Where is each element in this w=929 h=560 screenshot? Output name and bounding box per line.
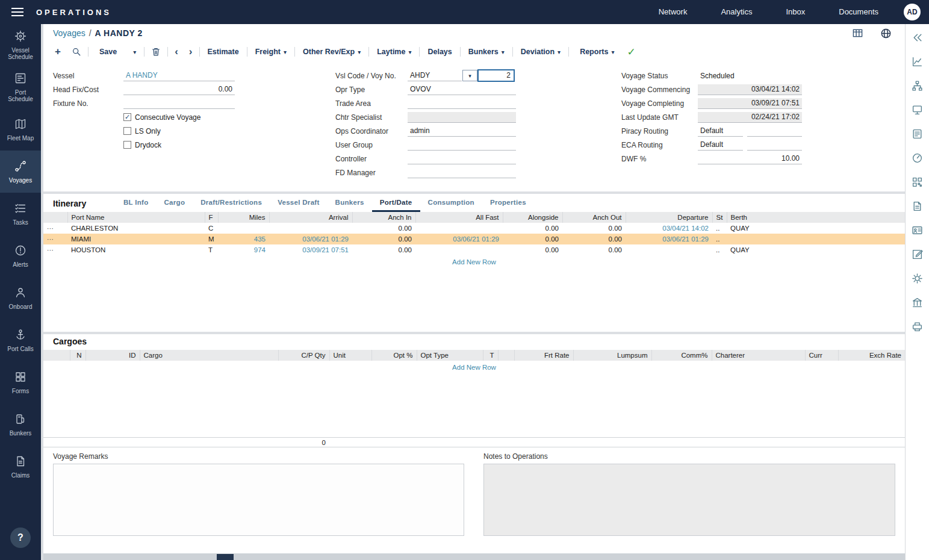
edit-panel-icon[interactable] (912, 248, 923, 260)
tab-draft-restrictions[interactable]: Draft/Restrictions (193, 194, 270, 212)
columns-panel-icon[interactable] (912, 296, 923, 308)
row-menu-icon[interactable]: ⋯ (43, 234, 67, 244)
dwf-label: DWF % (621, 155, 698, 163)
user-avatar[interactable]: AD (904, 4, 921, 20)
validation-check-icon: ✓ (621, 46, 641, 58)
notes-to-operations-input[interactable] (483, 464, 895, 536)
contact-card-panel-icon[interactable] (912, 224, 923, 236)
last-update-gmt-field: 02/24/21 17:02 (698, 112, 802, 123)
nav-documents[interactable]: Documents (822, 0, 895, 24)
save-button[interactable]: Save (90, 48, 123, 56)
sidebar-item-onboard[interactable]: Onboard (0, 277, 41, 319)
consecutive-voyage-checkbox[interactable]: ✓ (123, 113, 131, 121)
previous-voyage-button[interactable]: ‹ (169, 46, 184, 58)
gear-settings-icon[interactable] (912, 272, 923, 284)
sidebar-item-voyages[interactable]: Voyages (0, 151, 41, 193)
fixture-no-field[interactable] (123, 98, 235, 109)
trade-area-label: Trade Area (335, 99, 408, 108)
opr-type-field[interactable]: OVOV (408, 84, 516, 95)
hamburger-menu-icon[interactable] (11, 7, 24, 17)
nav-analytics[interactable]: Analytics (704, 0, 769, 24)
scrollbar-thumb[interactable] (217, 554, 234, 560)
itinerary-row-selected[interactable]: ⋯ MIAMI M 435 03/06/21 01:29 0.00 03/06/… (43, 234, 905, 244)
dwf-field[interactable]: 10.00 (698, 154, 802, 164)
table-view-icon[interactable] (852, 28, 863, 39)
tab-port-date[interactable]: Port/Date (372, 194, 420, 212)
monitor-panel-icon[interactable] (912, 104, 923, 116)
sidebar-item-port-schedule[interactable]: Port Schedule (0, 66, 41, 108)
head-fix-cost-field[interactable]: 0.00 (123, 84, 235, 95)
tab-bl-info[interactable]: BL Info (116, 194, 157, 212)
collapse-panel-icon[interactable] (912, 31, 923, 43)
sidebar-item-port-calls[interactable]: Port Calls (0, 319, 41, 361)
schedule-icon (14, 72, 26, 86)
qr-panel-icon[interactable] (912, 176, 923, 188)
sidebar-item-fleet-map[interactable]: Fleet Map (0, 108, 41, 151)
add-button[interactable]: + (49, 46, 66, 58)
deviation-dropdown-button[interactable]: Deviation▾ (514, 48, 567, 56)
tab-cargo[interactable]: Cargo (157, 194, 193, 212)
voyage-number-field[interactable]: 2 (477, 69, 515, 82)
checklist-panel-icon[interactable] (912, 128, 923, 140)
estimate-button[interactable]: Estimate (201, 48, 246, 56)
itinerary-row[interactable]: ⋯ HOUSTON T 974 03/09/21 07:51 0.00 0.00… (43, 244, 905, 255)
voyage-number-dropdown[interactable]: ▾ (462, 70, 477, 81)
other-rev-exp-dropdown-button[interactable]: Other Rev/Exp▾ (296, 48, 367, 56)
row-menu-icon[interactable]: ⋯ (43, 244, 67, 255)
delays-button[interactable]: Delays (421, 48, 458, 56)
copy-dropdown-button[interactable]: ▾ (123, 49, 143, 55)
sidebar-item-tasks[interactable]: Tasks (0, 193, 41, 235)
printer-panel-icon[interactable] (912, 320, 923, 332)
freight-dropdown-button[interactable]: Freight▾ (249, 48, 293, 56)
voyage-commencing-field: 03/04/21 14:02 (698, 84, 802, 95)
toolbar-separator (88, 47, 89, 57)
piracy-routing-field[interactable]: Default (698, 126, 743, 137)
tab-properties[interactable]: Properties (482, 194, 534, 212)
cargoes-add-new-row-link[interactable]: Add New Row (43, 361, 905, 374)
chart-panel-icon[interactable] (912, 55, 923, 67)
reports-dropdown-button[interactable]: Reports▾ (570, 48, 621, 56)
globe-icon[interactable] (880, 28, 892, 39)
vsl-code-label: Vsl Code / Voy No. (335, 72, 408, 80)
ls-only-label: LS Only (135, 127, 161, 135)
sidebar-item-claims[interactable]: Claims (0, 446, 41, 488)
help-button[interactable]: ? (10, 527, 31, 548)
itinerary-row[interactable]: ⋯ CHARLESTON C 0.00 0.00 0.00 03/04/21 1… (43, 223, 905, 234)
vessel-field[interactable]: A HANDY (123, 70, 235, 81)
sidebar-item-forms[interactable]: Forms (0, 361, 41, 403)
ops-coordinator-field[interactable]: admin (408, 126, 516, 137)
itinerary-tabs: BL Info Cargo Draft/Restrictions Vessel … (116, 194, 534, 212)
search-button[interactable] (66, 47, 87, 57)
vsl-code-field[interactable]: AHDY (408, 70, 462, 81)
sidebar-item-alerts[interactable]: Alerts (0, 235, 41, 277)
nav-inbox[interactable]: Inbox (769, 0, 822, 24)
document-panel-icon[interactable] (912, 200, 923, 212)
tab-consumption[interactable]: Consumption (420, 194, 482, 212)
itinerary-add-new-row-link[interactable]: Add New Row (43, 255, 905, 269)
sidebar-item-bunkers[interactable]: Bunkers (0, 403, 41, 446)
sidebar-item-vessel-schedule[interactable]: Vessel Schedule (0, 24, 41, 66)
next-voyage-button[interactable]: › (184, 46, 198, 58)
user-group-field[interactable] (408, 140, 516, 151)
hierarchy-panel-icon[interactable] (912, 79, 923, 92)
drydock-checkbox[interactable]: ✓ (123, 141, 131, 149)
bunkers-dropdown-button[interactable]: Bunkers▾ (462, 48, 511, 56)
delete-button[interactable] (146, 47, 166, 57)
controller-field[interactable] (408, 154, 516, 164)
trade-area-field[interactable] (408, 98, 516, 109)
tab-vessel-draft[interactable]: Vessel Draft (270, 194, 327, 212)
gauge-panel-icon[interactable] (912, 152, 923, 164)
map-icon (14, 118, 26, 132)
fd-manager-field[interactable] (408, 167, 516, 178)
horizontal-scrollbar[interactable] (43, 553, 905, 560)
eca-routing-field-2[interactable] (747, 140, 802, 151)
row-menu-icon[interactable]: ⋯ (43, 223, 67, 234)
eca-routing-field[interactable]: Default (698, 140, 743, 151)
nav-network[interactable]: Network (642, 0, 704, 24)
laytime-dropdown-button[interactable]: Laytime▾ (370, 48, 418, 56)
breadcrumb-voyages-link[interactable]: Voyages (53, 28, 85, 38)
ls-only-checkbox[interactable]: ✓ (123, 127, 131, 135)
tab-bunkers[interactable]: Bunkers (328, 194, 372, 212)
voyage-remarks-input[interactable] (53, 464, 464, 536)
piracy-routing-field-2[interactable] (747, 126, 802, 137)
